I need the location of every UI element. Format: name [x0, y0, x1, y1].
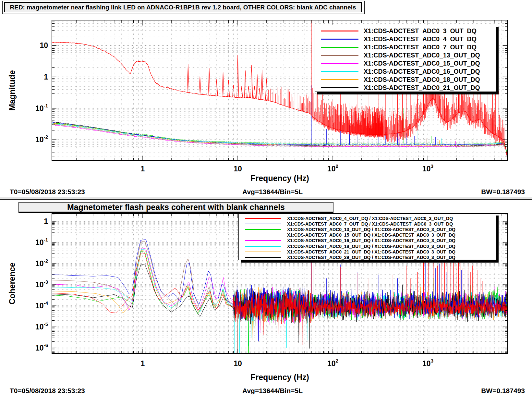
legend-line-sample	[321, 31, 358, 31]
legend-channel-label: X1:CDS-ADCTEST_ADC0_13_OUT_DQ	[364, 52, 480, 59]
coherence-plot-title-text: Magnetometer flash peaks coherent with b…	[67, 203, 285, 212]
svg-text:10-2: 10-2	[35, 258, 48, 268]
svg-text:10-1: 10-1	[35, 237, 48, 247]
legend-channel-label: X1:CDS-ADCTEST_ADC0_13_OUT_DQ / X1:CDS-A…	[287, 227, 455, 232]
legend-coherence: X1:CDS-ADCTEST_ADC0_4_OUT_DQ / X1:CDS-AD…	[238, 213, 496, 260]
legend-line-sample	[245, 235, 281, 235]
legend-channel-label: X1:CDS-ADCTEST_ADC0_7_OUT_DQ	[364, 43, 477, 51]
legend-item: X1:CDS-ADCTEST_ADC0_15_OUT_DQ	[315, 59, 496, 68]
dtt-diagnostics-screenshot: 11010210310110-110-2Frequency (Hz)Magnit…	[0, 0, 532, 395]
svg-text:10-6: 10-6	[35, 342, 48, 352]
avg-bin-bottom: Avg=13644/Bin=5L	[242, 387, 303, 395]
legend-item: X1:CDS-ADCTEST_ADC0_29_OUT_DQ / X1:CDS-A…	[239, 254, 496, 260]
legend-channel-label: X1:CDS-ADCTEST_ADC0_29_OUT_DQ / X1:CDS-A…	[287, 255, 455, 260]
legend-channel-label: X1:CDS-ADCTEST_ADC0_4_OUT_DQ	[364, 35, 477, 43]
legend-line-sample	[321, 87, 358, 88]
legend-line-sample	[245, 246, 281, 247]
legend-item: X1:CDS-ADCTEST_ADC0_4_OUT_DQ	[315, 35, 496, 43]
legend-line-sample	[245, 229, 281, 230]
legend-line-sample	[245, 224, 281, 224]
svg-text:103: 103	[422, 163, 433, 173]
svg-text:10-4: 10-4	[35, 300, 48, 310]
status-line-bottom: T0=05/08/2018 23:53:23 Avg=13644/Bin=5L …	[0, 387, 532, 395]
legend-channel-label: X1:CDS-ADCTEST_ADC0_21_OUT_DQ / X1:CDS-A…	[287, 249, 455, 254]
t0-timestamp-bottom: T0=05/08/2018 23:53:23	[10, 387, 85, 395]
legend-line-sample	[321, 39, 358, 40]
legend-channel-label: X1:CDS-ADCTEST_ADC0_4_OUT_DQ / X1:CDS-AD…	[287, 216, 453, 221]
coherence-plot-title: Magnetometer flash peaks coherent with b…	[18, 202, 333, 213]
svg-text:102: 102	[327, 163, 338, 173]
legend-item: X1:CDS-ADCTEST_ADC0_21_OUT_DQ	[315, 84, 496, 92]
legend-item: X1:CDS-ADCTEST_ADC0_13_OUT_DQ	[315, 51, 496, 59]
bandwidth-bottom: BW=0.187493	[481, 387, 525, 395]
top-banner: RED: magnetometer near flashing link LED…	[4, 2, 362, 12]
svg-text:10: 10	[234, 359, 242, 368]
svg-text:10: 10	[40, 41, 48, 50]
svg-text:10-5: 10-5	[35, 321, 48, 331]
legend-item: X1:CDS-ADCTEST_ADC0_3_OUT_DQ	[315, 27, 496, 35]
legend-channel-label: X1:CDS-ADCTEST_ADC0_3_OUT_DQ	[364, 27, 477, 35]
legend-item: X1:CDS-ADCTEST_ADC0_18_OUT_DQ	[315, 76, 496, 84]
svg-text:Magnitude: Magnitude	[7, 70, 17, 111]
legend-line-sample	[245, 218, 281, 219]
svg-text:1: 1	[141, 165, 145, 173]
svg-text:10: 10	[234, 165, 242, 173]
legend-channel-label: X1:CDS-ADCTEST_ADC0_15_OUT_DQ	[364, 60, 480, 67]
legend-item: X1:CDS-ADCTEST_ADC0_7_OUT_DQ	[315, 43, 496, 51]
legend-channel-label: X1:CDS-ADCTEST_ADC0_16_OUT_DQ / X1:CDS-A…	[287, 238, 455, 243]
legend-item: X1:CDS-ADCTEST_ADC0_13_OUT_DQ / X1:CDS-A…	[239, 227, 496, 232]
legend-channel-label: X1:CDS-ADCTEST_ADC0_18_OUT_DQ	[364, 76, 480, 83]
legend-item: X1:CDS-ADCTEST_ADC0_15_OUT_DQ / X1:CDS-A…	[239, 232, 496, 238]
svg-text:Coherence: Coherence	[7, 263, 17, 304]
avg-bin-top: Avg=13644/Bin=5L	[242, 188, 303, 196]
legend-item: X1:CDS-ADCTEST_ADC0_21_OUT_DQ / X1:CDS-A…	[239, 249, 496, 254]
svg-text:103: 103	[422, 358, 433, 368]
legend-line-sample	[245, 257, 281, 258]
svg-text:1: 1	[44, 217, 48, 226]
legend-magnitude: X1:CDS-ADCTEST_ADC0_3_OUT_DQX1:CDS-ADCTE…	[315, 25, 496, 92]
legend-item: X1:CDS-ADCTEST_ADC0_16_OUT_DQ	[315, 68, 496, 76]
legend-item: X1:CDS-ADCTEST_ADC0_16_OUT_DQ / X1:CDS-A…	[239, 238, 496, 243]
legend-item: X1:CDS-ADCTEST_ADC0_4_OUT_DQ / X1:CDS-AD…	[239, 216, 496, 221]
status-line-top: T0=05/08/2018 23:53:23 Avg=13644/Bin=5L …	[0, 188, 532, 196]
legend-line-sample	[321, 55, 358, 56]
legend-line-sample	[245, 240, 281, 241]
legend-line-sample	[321, 47, 358, 48]
section-divider	[0, 197, 532, 200]
legend-channel-label: X1:CDS-ADCTEST_ADC0_16_OUT_DQ	[364, 68, 480, 75]
legend-channel-label: X1:CDS-ADCTEST_ADC0_18_OUT_DQ / X1:CDS-A…	[287, 244, 455, 249]
legend-channel-label: X1:CDS-ADCTEST_ADC0_7_OUT_DQ / X1:CDS-AD…	[287, 221, 453, 227]
legend-line-sample	[321, 71, 358, 72]
svg-text:1: 1	[44, 73, 48, 81]
legend-channel-label: X1:CDS-ADCTEST_ADC0_15_OUT_DQ / X1:CDS-A…	[287, 232, 455, 238]
bandwidth-top: BW=0.187493	[481, 188, 525, 196]
svg-text:10-3: 10-3	[35, 279, 48, 289]
legend-line-sample	[321, 79, 358, 80]
legend-line-sample	[245, 252, 281, 252]
svg-text:1: 1	[141, 359, 145, 368]
svg-text:10-1: 10-1	[35, 103, 48, 113]
svg-text:102: 102	[327, 358, 338, 368]
legend-channel-label: X1:CDS-ADCTEST_ADC0_21_OUT_DQ	[364, 84, 480, 92]
legend-line-sample	[321, 63, 358, 64]
legend-item: X1:CDS-ADCTEST_ADC0_18_OUT_DQ / X1:CDS-A…	[239, 243, 496, 249]
svg-text:10-2: 10-2	[35, 134, 48, 144]
t0-timestamp-top: T0=05/08/2018 23:53:23	[10, 188, 85, 196]
svg-text:Frequency (Hz): Frequency (Hz)	[250, 373, 309, 382]
top-banner-text: RED: magnetometer near flashing link LED…	[10, 4, 356, 11]
legend-item: X1:CDS-ADCTEST_ADC0_7_OUT_DQ / X1:CDS-AD…	[239, 221, 496, 227]
svg-text:Frequency (Hz): Frequency (Hz)	[250, 174, 309, 183]
